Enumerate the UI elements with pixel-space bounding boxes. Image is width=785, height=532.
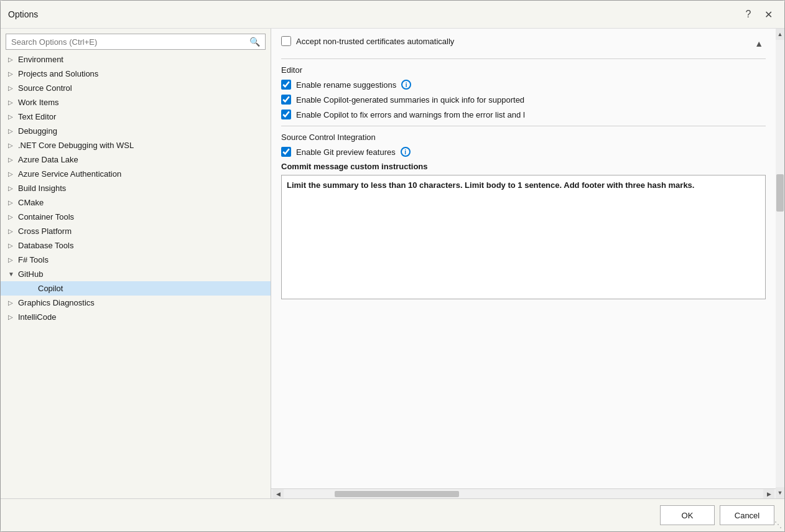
top-checkbox-row: Accept non-trusted certificates automati…	[281, 36, 454, 46]
tree-item-environment[interactable]: ▷ Environment	[1, 52, 271, 67]
tree-label-text-editor: Text Editor	[18, 112, 266, 121]
tree-label-debugging: Debugging	[18, 126, 266, 136]
tree-label-database-tools: Database Tools	[18, 241, 266, 250]
tree-item-work-items[interactable]: ▷ Work Items	[1, 95, 271, 110]
tree-item-intellicode[interactable]: ▷ IntelliCode	[1, 310, 271, 324]
main-content: 🔍 ▷ Environment ▷ Projects and Solutions…	[1, 29, 784, 498]
editor-checkbox-1: Enable rename suggestions i	[281, 80, 766, 90]
tree-panel: ▷ Environment ▷ Projects and Solutions ▷…	[1, 52, 271, 498]
horiz-scroll-thumb[interactable]	[335, 491, 459, 497]
tree-item-cmake[interactable]: ▷ CMake	[1, 195, 271, 210]
right-scroll-area: Accept non-trusted certificates automati…	[271, 29, 776, 488]
tree-item-debugging[interactable]: ▷ Debugging	[1, 124, 271, 138]
git-preview-info-icon[interactable]: i	[401, 147, 411, 157]
tree-item-source-control[interactable]: ▷ Source Control	[1, 81, 271, 95]
right-panel: Accept non-trusted certificates automati…	[271, 29, 776, 498]
horiz-left-arrow[interactable]: ◀	[272, 489, 284, 499]
tree-item-cross-platform[interactable]: ▷ Cross Platform	[1, 224, 271, 238]
horiz-scroll-track[interactable]	[285, 491, 762, 497]
right-wrapper: Accept non-trusted certificates automati…	[271, 29, 784, 498]
tree-label-cmake: CMake	[18, 198, 266, 207]
rename-suggestions-checkbox[interactable]	[281, 80, 291, 90]
tree-label-build-insights: Build Insights	[18, 184, 266, 193]
tree-arrow-azure-service-auth: ▷	[8, 170, 18, 177]
horiz-right-arrow[interactable]: ▶	[763, 489, 774, 499]
tree-item-build-insights[interactable]: ▷ Build Insights	[1, 181, 271, 195]
git-preview-label: Enable Git preview features	[296, 147, 396, 157]
commit-message-label: Commit message custom instructions	[281, 162, 766, 171]
tree-label-container-tools: Container Tools	[18, 212, 266, 222]
tree-label-azure-service-auth: Azure Service Authentication	[18, 169, 266, 179]
git-preview-checkbox[interactable]	[281, 147, 291, 157]
tree-arrow-container-tools: ▷	[8, 213, 18, 220]
tree-arrow-graphics: ▷	[8, 299, 18, 306]
tree-label-github: GitHub	[18, 269, 266, 279]
tree-label-cross-platform: Cross Platform	[18, 226, 266, 236]
source-control-section-header: Source Control Integration	[281, 133, 766, 142]
options-dialog: Options ? ✕ 🔍 ▷ Environment ▷	[0, 0, 785, 532]
search-box[interactable]: 🔍	[6, 34, 266, 50]
tree-label-intellicode: IntelliCode	[18, 312, 266, 322]
accept-certs-label: Accept non-trusted certificates automati…	[296, 37, 454, 46]
tree-item-container-tools[interactable]: ▷ Container Tools	[1, 210, 271, 224]
vert-scroll-track[interactable]	[776, 40, 784, 487]
tree-item-azure-service-auth[interactable]: ▷ Azure Service Authentication	[1, 167, 271, 181]
rename-info-icon[interactable]: i	[401, 80, 411, 90]
git-preview-row: Enable Git preview features i	[281, 147, 766, 157]
help-button[interactable]: ?	[740, 6, 757, 23]
tree-arrow-environment: ▷	[8, 56, 18, 63]
vert-up-arrow[interactable]: ▲	[776, 29, 784, 40]
cancel-button[interactable]: Cancel	[720, 505, 774, 525]
tree-item-database-tools[interactable]: ▷ Database Tools	[1, 238, 271, 253]
tree-arrow-intellicode: ▷	[8, 314, 18, 320]
copilot-fix-errors-checkbox[interactable]	[281, 110, 291, 119]
dialog-footer: OK Cancel	[1, 498, 784, 531]
title-bar: Options ? ✕	[1, 1, 784, 29]
tree-arrow-fsharp: ▷	[8, 256, 18, 263]
copilot-fix-errors-label: Enable Copilot to fix errors and warning…	[296, 110, 525, 119]
dialog-title: Options	[8, 9, 38, 19]
tree-item-github[interactable]: ▼ GitHub	[1, 267, 271, 281]
ok-button[interactable]: OK	[660, 505, 715, 525]
divider-top	[281, 58, 766, 59]
copilot-summaries-label: Enable Copilot-generated summaries in qu…	[296, 95, 524, 105]
vert-scroll-thumb[interactable]	[776, 174, 784, 212]
tree-item-projects-solutions[interactable]: ▷ Projects and Solutions	[1, 67, 271, 81]
tree-label-graphics: Graphics Diagnostics	[18, 298, 266, 307]
search-icon: 🔍	[249, 37, 260, 47]
tree-item-azure-data-lake[interactable]: ▷ Azure Data Lake	[1, 152, 271, 167]
tree-label-work-items: Work Items	[18, 98, 266, 107]
tree-label-projects: Projects and Solutions	[18, 69, 266, 78]
tree-arrow-database-tools: ▷	[8, 242, 18, 249]
accept-certs-checkbox[interactable]	[281, 36, 291, 46]
tree-label-azure-data-lake: Azure Data Lake	[18, 155, 266, 164]
editor-checkbox-3: Enable Copilot to fix errors and warning…	[281, 110, 766, 119]
tree-item-copilot[interactable]: ▷ Copilot	[1, 281, 271, 296]
tree-item-net-core-debugging[interactable]: ▷ .NET Core Debugging with WSL	[1, 138, 271, 152]
title-bar-left: Options	[8, 9, 38, 19]
copilot-summaries-checkbox[interactable]	[281, 95, 291, 105]
left-panel: 🔍 ▷ Environment ▷ Projects and Solutions…	[1, 29, 271, 498]
scroll-up-arrow[interactable]: ▲	[755, 39, 766, 49]
close-button[interactable]: ✕	[759, 6, 777, 23]
vert-down-arrow[interactable]: ▼	[776, 487, 784, 498]
tree-item-text-editor[interactable]: ▷ Text Editor	[1, 110, 271, 124]
tree-arrow-azure-data-lake: ▷	[8, 156, 18, 163]
tree-arrow-work-items: ▷	[8, 99, 18, 106]
editor-section-header: Editor	[281, 65, 766, 75]
tree-label-net-core: .NET Core Debugging with WSL	[18, 141, 266, 150]
resize-icon: ⋱	[774, 520, 782, 529]
tree-arrow-github: ▼	[8, 271, 18, 278]
tree-arrow-debugging: ▷	[8, 128, 18, 134]
commit-message-textarea[interactable]: Limit the summary to less than 10 charac…	[281, 175, 766, 299]
tree-label-copilot: Copilot	[38, 284, 266, 293]
tree-arrow-build-insights: ▷	[8, 185, 18, 192]
tree-arrow-cross-platform: ▷	[8, 228, 18, 235]
horizontal-scrollbar: ◀ ▶	[271, 488, 776, 498]
tree-item-graphics-diagnostics[interactable]: ▷ Graphics Diagnostics	[1, 296, 271, 310]
tree-label-environment: Environment	[18, 55, 266, 64]
search-input[interactable]	[11, 37, 249, 47]
tree-item-fsharp-tools[interactable]: ▷ F# Tools	[1, 253, 271, 267]
tree-arrow-net-core: ▷	[8, 142, 18, 149]
divider-middle	[281, 126, 766, 126]
